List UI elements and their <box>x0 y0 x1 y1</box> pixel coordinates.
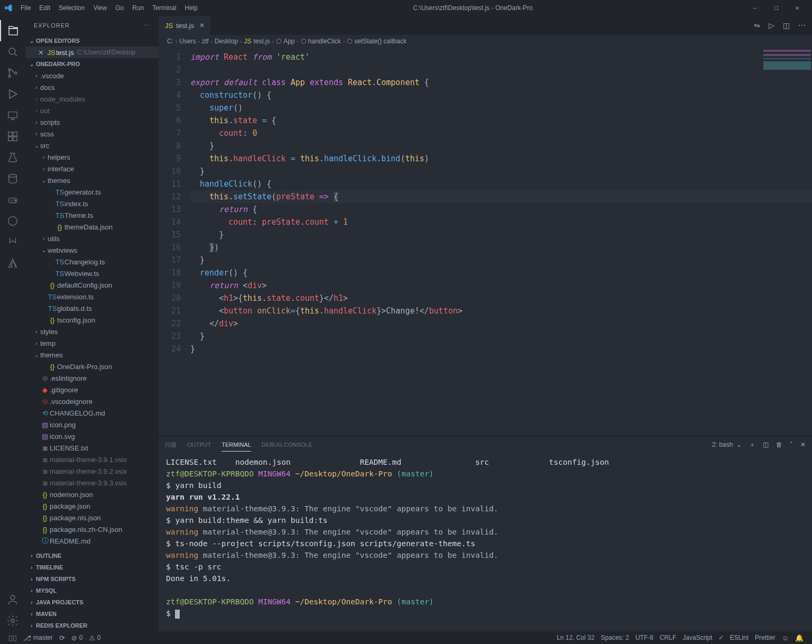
kill-terminal-icon[interactable]: 🗑 <box>776 441 782 448</box>
editor-body[interactable]: 123456789101112131415161718192021222324 … <box>159 48 812 436</box>
testing-icon[interactable] <box>0 147 25 168</box>
terminal-selector[interactable]: 2: bash ⌄ <box>712 441 742 448</box>
encoding[interactable]: UTF-8 <box>632 634 657 642</box>
search-icon[interactable] <box>0 41 25 62</box>
database-icon[interactable] <box>0 168 25 189</box>
tree-item-extension.ts[interactable]: TSextension.ts <box>25 291 159 302</box>
run-file-icon[interactable]: ▷ <box>769 21 774 30</box>
eslint-status[interactable]: ✓ ESLint <box>715 634 752 642</box>
split-editor-icon[interactable]: ◫ <box>783 21 790 30</box>
section-npm-scripts[interactable]: ›NPM SCRIPTS <box>25 573 159 585</box>
tree-item-.vscode[interactable]: ›.vscode <box>25 70 159 81</box>
tree-item-.vscodeignore[interactable]: ⊝.vscodeignore <box>25 395 159 407</box>
tree-item-Changelog.ts[interactable]: TSChangelog.ts <box>25 256 159 268</box>
panel-tab-problems[interactable]: 问题 <box>165 438 177 452</box>
tree-item-globals.d.ts[interactable]: TSglobals.d.ts <box>25 302 159 314</box>
close-panel-icon[interactable]: ✕ <box>800 441 806 448</box>
problems-status[interactable]: ⊘0 ⚠0 <box>68 634 104 642</box>
minimap[interactable] <box>763 50 811 97</box>
explorer-icon[interactable] <box>0 20 25 41</box>
tree-item-generator.ts[interactable]: TSgenerator.ts <box>25 186 159 198</box>
tree-item-package.nls.zh-CN.json[interactable]: {}package.nls.zh-CN.json <box>25 523 159 535</box>
cursor-position[interactable]: Ln 12, Col 32 <box>553 634 597 642</box>
compare-changes-icon[interactable]: ⇋ <box>754 21 760 30</box>
tree-item-material-theme-3.9.3.vsix[interactable]: ≣material-theme-3.9.3.vsix <box>25 477 159 489</box>
sidebar-more-icon[interactable]: ⋯ <box>144 22 150 29</box>
git-branch[interactable]: ⎇master <box>20 634 56 642</box>
tree-item-package.nls.json[interactable]: {}package.nls.json <box>25 512 159 523</box>
tree-item-scripts[interactable]: ›scripts <box>25 116 159 128</box>
prettier-status[interactable]: Prettier <box>752 634 779 642</box>
tree-item-Theme.ts[interactable]: TSTheme.ts <box>25 209 159 221</box>
tree-item-webviews[interactable]: ⌄webviews <box>25 244 159 256</box>
tree-item-Webview.ts[interactable]: TSWebview.ts <box>25 268 159 279</box>
menu-view[interactable]: View <box>89 2 110 14</box>
tab-test-js[interactable]: JS test.js ✕ <box>159 16 211 35</box>
tree-item-material-theme-3.9.2.vsix[interactable]: ≣material-theme-3.9.2.vsix <box>25 465 159 477</box>
menu-run[interactable]: Run <box>128 2 147 14</box>
section-maven[interactable]: ›MAVEN <box>25 608 159 620</box>
menu-terminal[interactable]: Terminal <box>149 2 180 14</box>
maximize-panel-icon[interactable]: ˄ <box>790 441 793 448</box>
tree-item-themeData.json[interactable]: {}themeData.json <box>25 221 159 233</box>
tree-item-.gitignore[interactable]: ◆.gitignore <box>25 384 159 395</box>
extensions-icon[interactable] <box>0 126 25 147</box>
open-editor-item[interactable]: ✕ JS test.js C:\Users\ztf\Desktop <box>25 47 159 58</box>
maximize-button[interactable]: ☐ <box>765 0 787 16</box>
eol[interactable]: CRLF <box>657 634 679 642</box>
tree-item-helpers[interactable]: ›helpers <box>25 151 159 163</box>
remote-explorer-icon[interactable] <box>0 105 25 126</box>
open-editors-header[interactable]: ⌄OPEN EDITORS <box>25 35 159 47</box>
azure-icon[interactable] <box>0 253 25 274</box>
tree-item-LICENSE.txt[interactable]: ≣LICENSE.txt <box>25 442 159 454</box>
tree-item-themes[interactable]: ⌄themes <box>25 349 159 361</box>
feedback-icon[interactable]: ☺ <box>779 634 792 642</box>
gamepad-icon[interactable] <box>0 189 25 210</box>
tree-item-material-theme-3.9.1.vsix[interactable]: ≣material-theme-3.9.1.vsix <box>25 454 159 465</box>
notifications-icon[interactable]: 🔔 <box>792 634 807 642</box>
edge-icon[interactable] <box>0 210 25 232</box>
tree-item-README.md[interactable]: ⓘREADME.md <box>25 535 159 547</box>
breadcrumbs[interactable]: C:› Users› ztf› Desktop› JS test.js› ⬡ A… <box>159 35 812 48</box>
tree-item-icon.png[interactable]: ▧icon.png <box>25 419 159 430</box>
settings-gear-icon[interactable] <box>0 610 25 631</box>
tree-item-defaultConfig.json[interactable]: {}defaultConfig.json <box>25 279 159 291</box>
tree-item-docs[interactable]: ›docs <box>25 81 159 93</box>
menu-go[interactable]: Go <box>112 2 127 14</box>
panel-tab-output[interactable]: OUTPUT <box>187 438 211 451</box>
menu-edit[interactable]: Edit <box>35 2 54 14</box>
tree-item-icon.svg[interactable]: ▧icon.svg <box>25 430 159 442</box>
tree-item-src[interactable]: ⌄src <box>25 140 159 151</box>
terminal-output[interactable]: LICENSE.txt nodemon.json README.md src t… <box>159 453 812 631</box>
language-mode[interactable]: JavaScript <box>679 634 715 642</box>
tree-item-node_modules[interactable]: ›node_modules <box>25 93 159 105</box>
indentation[interactable]: Spaces: 2 <box>598 634 632 642</box>
section-java-projects[interactable]: ›JAVA PROJECTS <box>25 596 159 608</box>
remote-indicator[interactable]: ⌷⌷ <box>5 634 20 642</box>
run-debug-icon[interactable] <box>0 84 25 105</box>
tree-item-scss[interactable]: ›scss <box>25 128 159 140</box>
menu-file[interactable]: File <box>17 2 34 14</box>
accounts-icon[interactable] <box>0 589 25 610</box>
sync-icon[interactable]: ⟳ <box>56 634 68 642</box>
section-redis-explorer[interactable]: ›REDIS EXPLORER <box>25 620 159 631</box>
tree-item-interface[interactable]: ›interface <box>25 163 159 174</box>
tree-item-package.json[interactable]: {}package.json <box>25 500 159 512</box>
source-control-icon[interactable] <box>0 62 25 84</box>
tree-item-OneDark-Pro.json[interactable]: {}OneDark-Pro.json <box>25 361 159 372</box>
menu-help[interactable]: Help <box>181 2 202 14</box>
section-timeline[interactable]: ›TIMELINE <box>25 562 159 573</box>
tree-item-tsconfig.json[interactable]: {}tsconfig.json <box>25 314 159 326</box>
editor-more-icon[interactable]: ⋯ <box>798 21 806 30</box>
tree-item-index.ts[interactable]: TSindex.ts <box>25 198 159 209</box>
status-icon[interactable] <box>0 232 25 253</box>
tree-item-nodemon.json[interactable]: {}nodemon.json <box>25 489 159 500</box>
minimize-button[interactable]: ─ <box>744 0 765 16</box>
panel-tab-debug[interactable]: DEBUG CONSOLE <box>262 438 312 451</box>
tab-close-icon[interactable]: ✕ <box>199 22 205 29</box>
code-area[interactable]: import React from 'react'export default … <box>190 48 812 436</box>
section-outline[interactable]: ›OUTLINE <box>25 550 159 562</box>
tree-item-CHANGELOG.md[interactable]: ⟲CHANGELOG.md <box>25 407 159 419</box>
tree-item-themes[interactable]: ⌄themes <box>25 174 159 186</box>
menu-selection[interactable]: Selection <box>55 2 88 14</box>
